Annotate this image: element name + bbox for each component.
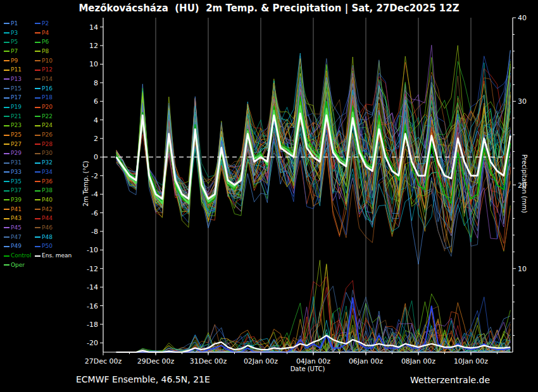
svg-text:0: 0: [94, 153, 98, 161]
svg-text:29Dec 00z: 29Dec 00z: [137, 357, 175, 365]
svg-text:-18: -18: [87, 321, 98, 329]
svg-text:-4: -4: [91, 190, 98, 199]
svg-text:-2: -2: [91, 172, 98, 180]
svg-text:2: 2: [94, 135, 98, 143]
svg-text:30: 30: [518, 97, 527, 106]
temp-axis-ticks: 14121086420-2-4-6-8-10-12-14-16-18-20: [87, 23, 103, 348]
svg-text:08Jan 00z: 08Jan 00z: [401, 357, 435, 365]
svg-text:-16: -16: [87, 302, 98, 310]
svg-text:12: 12: [89, 42, 98, 50]
svg-text:-6: -6: [91, 209, 98, 217]
svg-text:-12: -12: [87, 265, 98, 273]
y-axis-label-left: 2m Temp. (°C): [82, 114, 89, 254]
svg-text:02Jan 00z: 02Jan 00z: [244, 357, 278, 365]
svg-text:-8: -8: [91, 228, 98, 236]
svg-text:27Dec 00z: 27Dec 00z: [85, 357, 122, 365]
y-axis-label-right: Precipitation (mm): [521, 114, 528, 254]
svg-text:10: 10: [89, 60, 98, 68]
svg-text:4: 4: [94, 116, 98, 125]
svg-text:06Jan 00z: 06Jan 00z: [349, 357, 383, 365]
svg-text:6: 6: [94, 97, 98, 106]
footer-brand: Wetterzentrale.de: [410, 375, 490, 385]
svg-text:40: 40: [518, 14, 527, 22]
svg-text:31Dec 00z: 31Dec 00z: [190, 357, 227, 365]
svg-text:8: 8: [94, 79, 98, 87]
weather-chart-canvas: Mezőkovácsháza (HU) 2m Temp. & Precipita…: [0, 0, 538, 392]
plot-area: 14121086420-2-4-6-8-10-12-14-16-18-20403…: [0, 0, 538, 392]
svg-text:04Jan 00z: 04Jan 00z: [296, 357, 330, 365]
date-axis-ticks: 27Dec 00z29Dec 00z31Dec 00z02Jan 00z04Ja…: [85, 352, 497, 365]
svg-text:14: 14: [89, 23, 98, 32]
svg-text:-20: -20: [87, 339, 98, 347]
svg-text:-14: -14: [87, 283, 98, 291]
x-axis-label: Date (UTC): [244, 365, 371, 372]
svg-text:10Jan 00z: 10Jan 00z: [454, 357, 488, 365]
footer-model-info: ECMWF Ensemble, 46.5N, 21E: [76, 374, 210, 384]
svg-text:10: 10: [518, 265, 527, 273]
